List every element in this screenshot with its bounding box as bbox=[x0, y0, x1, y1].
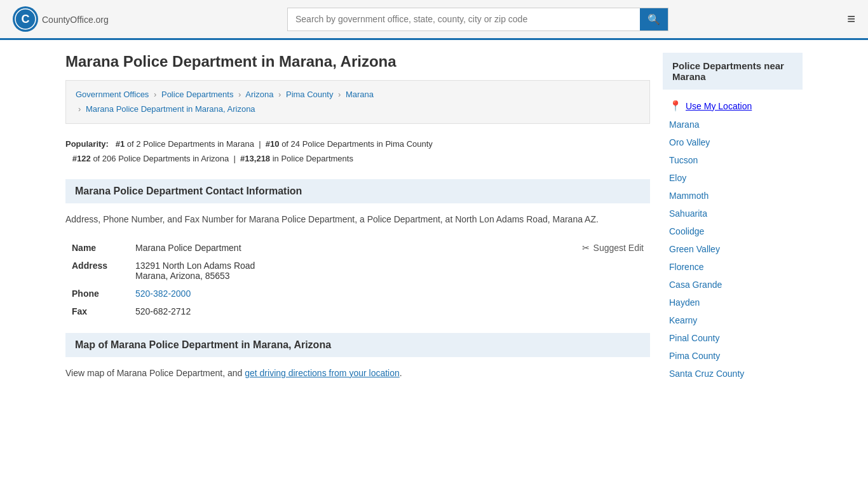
phone-cell: 520-382-2000 bbox=[129, 285, 650, 302]
list-item: Pinal County bbox=[663, 329, 803, 347]
sidebar-header: Police Departments near Marana bbox=[663, 53, 803, 90]
popularity-section: Popularity: #1 of 2 Police Departments i… bbox=[65, 137, 650, 166]
list-item: Santa Cruz County bbox=[663, 365, 803, 383]
phone-row: Phone 520-382-2000 bbox=[65, 285, 650, 302]
address-row: Address 13291 North Lon Adams Road Maran… bbox=[65, 257, 650, 285]
sidebar-link-santa-cruz-county[interactable]: Santa Cruz County bbox=[669, 369, 744, 379]
pop-stat-2-text: of 24 Police Departments in Pima County bbox=[280, 139, 433, 149]
sidebar-link-tucson[interactable]: Tucson bbox=[669, 155, 698, 165]
suggest-edit-button[interactable]: ✂ Suggest Edit bbox=[582, 243, 644, 253]
search-button[interactable]: 🔍 bbox=[640, 8, 668, 30]
suggest-edit-label: Suggest Edit bbox=[593, 243, 644, 253]
phone-label: Phone bbox=[65, 285, 129, 302]
sidebar-link-hayden[interactable]: Hayden bbox=[669, 297, 700, 308]
list-item: Coolidge bbox=[663, 222, 803, 240]
logo: C CountyOffice.org bbox=[13, 6, 109, 32]
address-line1: 13291 North Lon Adams Road bbox=[135, 261, 644, 271]
content-area: Marana Police Department in Marana, Ariz… bbox=[65, 53, 650, 383]
list-item: Kearny bbox=[663, 311, 803, 329]
breadcrumb-link-current[interactable]: Marana Police Department in Marana, Ariz… bbox=[86, 104, 255, 114]
sidebar-link-casa-grande[interactable]: Casa Grande bbox=[669, 280, 722, 290]
popularity-label: Popularity: bbox=[65, 139, 109, 149]
contact-description: Address, Phone Number, and Fax Number fo… bbox=[65, 213, 650, 226]
list-item: Oro Valley bbox=[663, 133, 803, 151]
logo-brand: CountyOffice bbox=[42, 15, 93, 25]
list-item: Casa Grande bbox=[663, 276, 803, 294]
fax-label: Fax bbox=[65, 302, 129, 320]
use-location-button[interactable]: 📍 Use My Location bbox=[663, 96, 803, 116]
site-header: C CountyOffice.org 🔍 ≡ bbox=[0, 0, 868, 40]
breadcrumb-link[interactable]: Police Departments bbox=[161, 90, 233, 99]
logo-text: CountyOffice.org bbox=[42, 13, 109, 26]
sidebar-link-eloy[interactable]: Eloy bbox=[669, 173, 686, 183]
page-title: Marana Police Department in Marana, Ariz… bbox=[65, 53, 650, 71]
main-container: Marana Police Department in Marana, Ariz… bbox=[53, 40, 815, 395]
contact-info-table: Name Marana Police Department ✂ Suggest … bbox=[65, 239, 650, 320]
svg-text:C: C bbox=[22, 13, 30, 25]
pop-stat-3-num: #122 bbox=[72, 154, 91, 163]
name-row: Name Marana Police Department ✂ Suggest … bbox=[65, 239, 650, 257]
address-line2: Marana, Arizona, 85653 bbox=[135, 271, 644, 281]
list-item: Eloy bbox=[663, 169, 803, 187]
search-area: 🔍 bbox=[287, 8, 668, 31]
map-desc-suffix: . bbox=[400, 368, 402, 378]
list-item: Green Valley bbox=[663, 240, 803, 258]
pop-stat-1-num: #1 bbox=[116, 139, 125, 149]
list-item: Hayden bbox=[663, 294, 803, 311]
sidebar-link-green-valley[interactable]: Green Valley bbox=[669, 244, 720, 254]
breadcrumb-link[interactable]: Government Offices bbox=[76, 90, 149, 99]
fax-row: Fax 520-682-2712 bbox=[65, 302, 650, 320]
sidebar-link-mammoth[interactable]: Mammoth bbox=[669, 191, 709, 201]
breadcrumb: Government Offices › Police Departments … bbox=[65, 80, 650, 124]
sidebar-header-line2: Marana bbox=[672, 71, 706, 82]
sidebar-link-marana[interactable]: Marana bbox=[669, 119, 699, 130]
use-location-link[interactable]: Use My Location bbox=[686, 101, 752, 111]
contact-section-header: Marana Police Department Contact Informa… bbox=[65, 179, 650, 203]
search-box: 🔍 bbox=[287, 8, 668, 31]
driving-directions-link[interactable]: get driving directions from your locatio… bbox=[245, 368, 400, 378]
breadcrumb-link[interactable]: Marana bbox=[346, 90, 374, 99]
sidebar: Police Departments near Marana 📍 Use My … bbox=[663, 53, 803, 383]
breadcrumb-link[interactable]: Arizona bbox=[245, 90, 273, 99]
sidebar-link-kearny[interactable]: Kearny bbox=[669, 315, 697, 325]
sidebar-link-sahuarita[interactable]: Sahuarita bbox=[669, 208, 707, 219]
list-item: Tucson bbox=[663, 151, 803, 169]
logo-suffix: .org bbox=[93, 15, 109, 25]
address-label: Address bbox=[65, 257, 129, 285]
list-item: Florence bbox=[663, 258, 803, 276]
list-item: Pima County bbox=[663, 347, 803, 365]
breadcrumb-link[interactable]: Pima County bbox=[286, 90, 333, 99]
fax-value: 520-682-2712 bbox=[129, 302, 650, 320]
sidebar-links-list: Marana Oro Valley Tucson Eloy Mammoth Sa… bbox=[663, 116, 803, 383]
list-item: Sahuarita bbox=[663, 205, 803, 222]
name-value: Marana Police Department bbox=[135, 243, 241, 253]
map-desc-prefix: View map of Marana Police Department, an… bbox=[65, 368, 245, 378]
list-item: Marana bbox=[663, 116, 803, 133]
menu-button[interactable]: ≡ bbox=[847, 11, 855, 27]
sidebar-header-line1: Police Departments near bbox=[672, 60, 784, 71]
suggest-edit-icon: ✂ bbox=[582, 243, 590, 253]
pop-stat-4-text: in Police Departments bbox=[270, 154, 353, 163]
name-label: Name bbox=[65, 239, 129, 257]
logo-icon: C bbox=[13, 6, 38, 32]
address-cell: 13291 North Lon Adams Road Marana, Arizo… bbox=[129, 257, 650, 285]
pop-stat-4-num: #13,218 bbox=[240, 154, 270, 163]
list-item: Mammoth bbox=[663, 187, 803, 205]
sidebar-link-florence[interactable]: Florence bbox=[669, 262, 703, 272]
phone-link[interactable]: 520-382-2000 bbox=[135, 288, 191, 299]
name-cell: Marana Police Department ✂ Suggest Edit bbox=[129, 239, 650, 257]
sidebar-link-coolidge[interactable]: Coolidge bbox=[669, 226, 704, 236]
pop-stat-2-num: #10 bbox=[266, 139, 280, 149]
sidebar-link-pinal-county[interactable]: Pinal County bbox=[669, 333, 719, 343]
sidebar-link-oro-valley[interactable]: Oro Valley bbox=[669, 137, 710, 147]
map-description: View map of Marana Police Department, an… bbox=[65, 367, 650, 380]
pop-stat-1-text: of 2 Police Departments in Marana bbox=[125, 139, 254, 149]
location-dot-icon: 📍 bbox=[669, 100, 682, 112]
sidebar-link-pima-county[interactable]: Pima County bbox=[669, 351, 720, 361]
header-right: ≡ bbox=[847, 11, 855, 27]
search-input[interactable] bbox=[288, 9, 640, 29]
pop-stat-3-text: of 206 Police Departments in Arizona bbox=[91, 154, 229, 163]
map-section-header: Map of Marana Police Department in Maran… bbox=[65, 333, 650, 357]
